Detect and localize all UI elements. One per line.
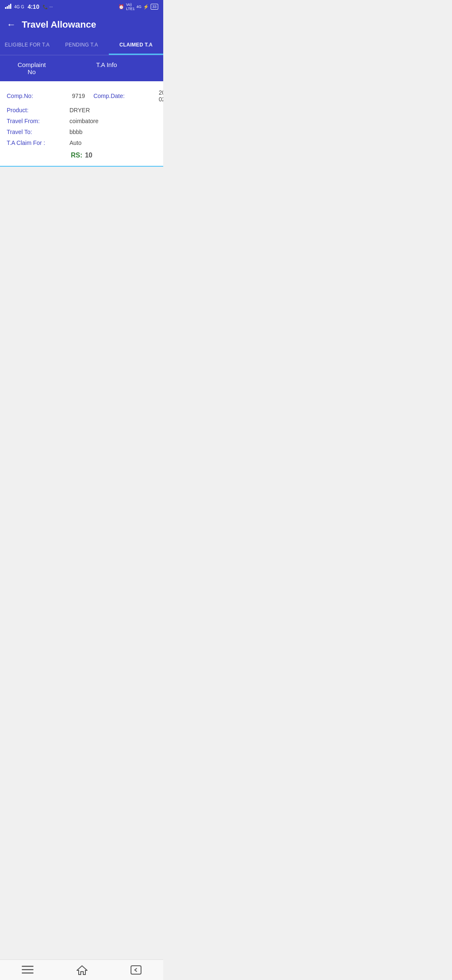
- network-type: 4G G: [14, 5, 24, 9]
- travel-to-row: Travel To: bbbb: [7, 126, 157, 137]
- comp-date-label: Comp.Date:: [93, 93, 156, 99]
- status-bar: 4G G 4:10 📞 ··· ⏰ Vo)LTE1 4G ⚡ 33: [0, 0, 163, 13]
- product-label: Product:: [7, 107, 69, 113]
- comp-date-value: 2022-02-26: [159, 89, 163, 103]
- rs-row: RS: 10: [7, 148, 157, 160]
- back-button[interactable]: ←: [7, 19, 16, 30]
- status-left: 4G G 4:10 📞 ···: [5, 3, 53, 10]
- comp-no-value: 9719: [72, 93, 85, 99]
- svg-rect-0: [5, 7, 6, 9]
- call-icon: 📞: [43, 5, 48, 9]
- tab-bar: ELIGIBLE FOR T.A PENDING T.A CLAIMED T.A: [0, 36, 163, 55]
- svg-rect-2: [8, 5, 10, 9]
- table-header: Complaint No T.A Info: [0, 55, 163, 81]
- empty-area: [0, 167, 163, 334]
- dots: ···: [49, 5, 53, 9]
- tab-eligible[interactable]: ELIGIBLE FOR T.A: [0, 36, 54, 55]
- travel-to-label: Travel To:: [7, 129, 69, 135]
- content-area: Comp.No: 9719 Comp.Date: 2022-02-26 Prod…: [0, 81, 163, 167]
- alarm-icon: ⏰: [118, 4, 124, 10]
- rs-label: RS:: [71, 152, 82, 159]
- battery-indicator: 33: [151, 4, 158, 10]
- col-header-complaint: Complaint No: [7, 61, 56, 75]
- time: 4:10: [28, 3, 39, 10]
- charging-icon: ⚡: [143, 4, 149, 10]
- svg-rect-1: [7, 6, 8, 9]
- travel-to-value: bbbb: [69, 129, 157, 135]
- ta-card: Comp.No: 9719 Comp.Date: 2022-02-26 Prod…: [0, 81, 163, 167]
- comp-date-row: Comp.No: 9719 Comp.Date: 2022-02-26: [7, 87, 157, 105]
- comp-date-pair: Comp.Date: 2022-02-26: [93, 89, 163, 103]
- ta-claim-row: T.A Claim For : Auto: [7, 137, 157, 148]
- ta-claim-value: Auto: [69, 139, 157, 146]
- product-value: DRYER: [69, 107, 157, 113]
- page-title: Travel Allowance: [22, 19, 96, 30]
- status-right: ⏰ Vo)LTE1 4G ⚡ 33: [118, 3, 158, 11]
- ta-claim-label: T.A Claim For :: [7, 139, 69, 146]
- svg-rect-3: [10, 4, 11, 9]
- comp-no-pair: Comp.No: 9719: [7, 89, 85, 103]
- tab-pending[interactable]: PENDING T.A: [54, 36, 109, 55]
- travel-from-value: coimbatore: [69, 118, 157, 124]
- app-header: ← Travel Allowance: [0, 13, 163, 36]
- comp-no-label: Comp.No:: [7, 93, 69, 99]
- tab-claimed[interactable]: CLAIMED T.A: [109, 36, 163, 55]
- travel-from-row: Travel From: coimbatore: [7, 116, 157, 126]
- travel-from-label: Travel From:: [7, 118, 69, 124]
- signal-icon: [5, 4, 13, 10]
- network-label: Vo)LTE1: [126, 3, 135, 11]
- col-header-ta-info: T.A Info: [56, 61, 157, 75]
- product-row: Product: DRYER: [7, 105, 157, 116]
- network-4g: 4G: [136, 5, 141, 9]
- rs-value: 10: [85, 152, 92, 159]
